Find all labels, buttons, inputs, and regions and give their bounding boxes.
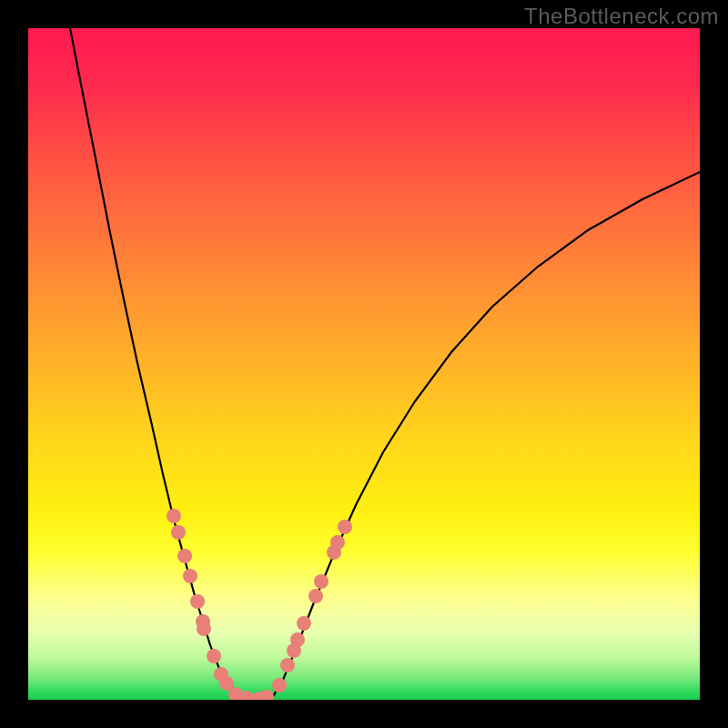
data-point-dot: [280, 658, 295, 672]
data-point-dot: [183, 569, 197, 583]
plot-area: [28, 28, 700, 700]
data-point-dot: [177, 549, 192, 563]
data-point-dot: [308, 589, 323, 603]
data-point-dot: [197, 622, 211, 636]
scatter-layer: [28, 28, 700, 700]
data-point-dot: [314, 574, 329, 589]
data-point-dot: [330, 535, 345, 550]
watermark-text: TheBottleneck.com: [524, 4, 719, 29]
data-point-dot: [272, 678, 287, 693]
data-point-dot: [259, 690, 274, 700]
data-point-dot: [338, 520, 352, 534]
data-point-dot: [190, 594, 205, 609]
chart-frame: TheBottleneck.com: [0, 0, 728, 728]
data-point-dot: [290, 632, 305, 647]
data-point-dot: [297, 616, 311, 631]
data-point-dot: [167, 509, 181, 523]
data-point-dot: [207, 649, 221, 663]
data-point-dot: [171, 525, 186, 540]
